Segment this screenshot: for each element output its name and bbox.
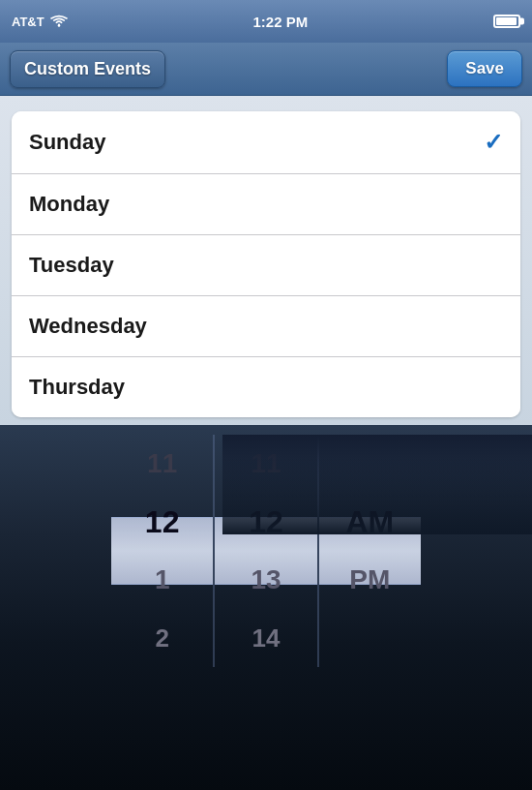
picker-row: 12 xyxy=(215,493,316,551)
picker-row: 11 xyxy=(215,435,316,493)
picker-row: 11 xyxy=(111,435,213,493)
picker-column-minutes[interactable]: 11 12 13 14 xyxy=(215,435,316,667)
picker-row: 1 xyxy=(111,551,213,609)
picker-row xyxy=(319,435,421,493)
status-bar: AT&T 1:22 PM xyxy=(0,0,532,43)
battery-icon xyxy=(493,15,520,28)
picker-wheel-container[interactable]: 11 12 1 2 11 12 13 14 AM PM xyxy=(111,435,421,667)
picker-row: 14 xyxy=(215,609,316,667)
picker-column-ampm[interactable]: AM PM xyxy=(319,435,421,667)
content-area: Sunday ✓ Monday Tuesday Wednesday Thursd… xyxy=(0,96,532,425)
wifi-icon xyxy=(50,15,68,28)
picker-row xyxy=(319,609,421,667)
checkmark-icon: ✓ xyxy=(484,129,503,156)
list-item[interactable]: Monday xyxy=(12,174,520,235)
days-list: Sunday ✓ Monday Tuesday Wednesday Thursd… xyxy=(12,111,520,417)
nav-bar: Custom Events Save xyxy=(0,43,532,96)
picker-wrapper: 11 12 1 2 11 12 13 14 AM PM xyxy=(111,425,421,667)
battery-fill xyxy=(496,17,517,25)
svg-point-0 xyxy=(57,24,60,27)
status-battery xyxy=(493,15,520,28)
day-label: Sunday xyxy=(29,130,105,155)
picker-row: 12 xyxy=(111,493,213,551)
list-item[interactable]: Sunday ✓ xyxy=(12,111,520,174)
picker-row: AM xyxy=(319,493,421,551)
nav-title: Custom Events xyxy=(10,50,165,88)
picker-column-hours[interactable]: 11 12 1 2 xyxy=(111,435,213,667)
day-label: Wednesday xyxy=(29,314,147,339)
day-label: Thursday xyxy=(29,375,125,400)
list-item[interactable]: Wednesday xyxy=(12,296,520,357)
status-carrier: AT&T xyxy=(12,15,68,29)
carrier-text: AT&T xyxy=(12,15,44,29)
day-label: Monday xyxy=(29,192,109,217)
time-picker[interactable]: 11 12 1 2 11 12 13 14 AM PM xyxy=(0,425,532,790)
picker-row: 13 xyxy=(215,551,316,609)
save-button[interactable]: Save xyxy=(447,50,522,87)
list-item[interactable]: Tuesday xyxy=(12,235,520,296)
list-item[interactable]: Thursday xyxy=(12,357,520,417)
day-label: Tuesday xyxy=(29,253,114,278)
picker-row: 2 xyxy=(111,609,213,667)
picker-row: PM xyxy=(319,551,421,609)
status-time: 1:22 PM xyxy=(253,14,309,30)
